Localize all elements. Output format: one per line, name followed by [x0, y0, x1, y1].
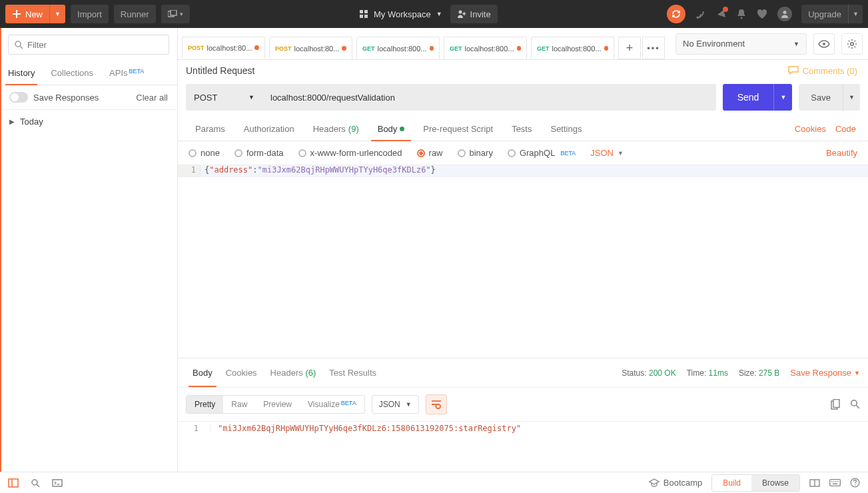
tab-verb: GET: [362, 45, 375, 52]
request-tab-1[interactable]: POSTlocalhost:80...: [269, 37, 352, 59]
bootcamp-button[interactable]: Bootcamp: [649, 478, 703, 488]
tab-apis[interactable]: APIsBETA: [101, 61, 152, 85]
svg-point-11: [697, 16, 699, 18]
body-raw[interactable]: raw: [417, 148, 443, 158]
resp-tab-tests[interactable]: Test Results: [322, 364, 383, 382]
save-button[interactable]: Save: [799, 84, 843, 111]
build-button[interactable]: Build: [712, 475, 751, 491]
upgrade-button[interactable]: Upgrade: [801, 5, 848, 23]
svg-point-8: [458, 11, 462, 14]
sync-icon[interactable]: [667, 5, 685, 23]
help-button[interactable]: [850, 478, 860, 488]
svg-point-24: [15, 41, 21, 47]
response-body[interactable]: 1 "mi3Jxm62BqjRHpWWUYHpTYyH6qe3fKDLz6:15…: [178, 421, 868, 435]
send-dropdown[interactable]: ▼: [773, 84, 792, 111]
browse-button[interactable]: Browse: [751, 475, 799, 491]
heart-icon[interactable]: [756, 9, 768, 19]
body-urlencoded[interactable]: x-www-form-urlencoded: [298, 148, 402, 158]
code-link[interactable]: Code: [835, 124, 856, 134]
body-binary[interactable]: binary: [458, 148, 493, 158]
svg-point-13: [783, 11, 787, 14]
subtab-authorization[interactable]: Authorization: [234, 117, 304, 141]
caret-down-icon: ▼: [780, 94, 786, 101]
resp-tab-body[interactable]: Body: [186, 364, 219, 382]
clear-all-button[interactable]: Clear all: [136, 93, 168, 103]
svg-rect-38: [830, 480, 841, 486]
topbar: New ▼ Import Runner ▾ My Workspace ▼ Inv…: [0, 0, 868, 28]
body-none[interactable]: none: [189, 148, 220, 158]
body-editor[interactable]: 1 {"address":"mi3Jxm62BqjRHpWWUYHpTYyH6q…: [178, 165, 868, 358]
view-preview[interactable]: Preview: [255, 396, 300, 413]
comments-button[interactable]: Comments (0): [788, 66, 857, 76]
tab-verb: GET: [537, 45, 550, 52]
satellite-icon[interactable]: [695, 8, 707, 20]
url-input[interactable]: localhost:8000/requestValidation: [262, 84, 716, 111]
sync-arrows-icon: [671, 9, 681, 19]
body-type-row: none form-data x-www-form-urlencoded raw…: [178, 141, 868, 165]
new-button[interactable]: New: [5, 5, 49, 23]
send-button[interactable]: Send: [723, 84, 774, 111]
save-responses-toggle[interactable]: [9, 92, 28, 103]
history-today[interactable]: ▶ Today: [0, 110, 177, 133]
tab-options-button[interactable]: •••: [642, 37, 665, 59]
body-formdata[interactable]: form-data: [234, 148, 284, 158]
env-selector[interactable]: No Environment ▼: [675, 33, 807, 55]
line-number: 1: [178, 165, 201, 177]
account-icon[interactable]: [777, 7, 792, 21]
env-settings-button[interactable]: [841, 33, 863, 55]
resp-tab-headers[interactable]: Headers (6): [264, 364, 323, 382]
open-new-window-button[interactable]: ▾: [161, 5, 190, 23]
body-graphql[interactable]: GraphQLBETA: [508, 148, 576, 158]
request-title[interactable]: Untitled Request: [186, 65, 255, 76]
content-type-selector[interactable]: JSON▼: [590, 148, 624, 158]
env-quicklook-button[interactable]: [813, 33, 835, 55]
two-pane-button[interactable]: [809, 479, 820, 487]
workspace-selector[interactable]: My Workspace ▼: [359, 9, 442, 19]
request-tab-3[interactable]: GETlocalhost:800...: [444, 37, 527, 59]
save-response-button[interactable]: Save Response▼: [790, 368, 860, 378]
subtab-params[interactable]: Params: [186, 117, 234, 141]
request-tab-4[interactable]: GETlocalhost:800...: [531, 37, 614, 59]
method-selector[interactable]: POST ▼: [186, 84, 262, 111]
view-pretty[interactable]: Pretty: [187, 396, 223, 413]
subtab-body[interactable]: Body: [368, 117, 414, 141]
subtab-headers[interactable]: Headers (9): [304, 117, 368, 141]
beautify-button[interactable]: Beautify: [826, 148, 857, 158]
response-format-selector[interactable]: JSON▼: [372, 395, 419, 414]
tab-collections[interactable]: Collections: [43, 61, 101, 85]
request-tab-0[interactable]: POSTlocalhost:80...: [182, 37, 265, 59]
resp-tab-cookies[interactable]: Cookies: [219, 364, 264, 382]
filter-input[interactable]: [27, 40, 163, 50]
subtab-settings[interactable]: Settings: [541, 117, 591, 141]
subtab-prerequest[interactable]: Pre-request Script: [414, 117, 502, 141]
invite-button[interactable]: Invite: [450, 5, 498, 23]
view-mode-group: Pretty Raw Preview VisualizeBETA: [186, 395, 365, 414]
find-button[interactable]: [31, 478, 40, 488]
keyboard-button[interactable]: [829, 479, 841, 486]
cookies-link[interactable]: Cookies: [795, 124, 826, 134]
runner-button[interactable]: Runner: [114, 5, 156, 23]
import-button[interactable]: Import: [71, 5, 109, 23]
subtab-tests[interactable]: Tests: [502, 117, 541, 141]
svg-line-23: [855, 41, 855, 41]
new-button-group: New ▼: [5, 5, 65, 23]
comment-icon: [788, 66, 799, 75]
notifications-icon[interactable]: [716, 8, 727, 20]
console-button[interactable]: [52, 479, 63, 487]
request-tab-2[interactable]: GETlocalhost:800...: [356, 37, 440, 59]
tab-label: localhost:80...: [294, 45, 340, 53]
view-raw[interactable]: Raw: [223, 396, 255, 413]
filter-input-wrap[interactable]: [8, 35, 169, 55]
wrap-lines-button[interactable]: [426, 394, 447, 414]
new-button-dropdown[interactable]: ▼: [49, 5, 65, 23]
upgrade-dropdown[interactable]: ▼: [848, 5, 863, 23]
view-visualize[interactable]: VisualizeBETA: [300, 396, 364, 413]
copy-button[interactable]: [831, 399, 841, 410]
bell-icon[interactable]: [736, 8, 747, 20]
save-dropdown[interactable]: ▼: [843, 84, 860, 111]
svg-rect-10: [462, 13, 466, 15]
tab-history[interactable]: History: [0, 61, 43, 85]
toggle-sidebar-button[interactable]: [8, 478, 19, 488]
new-tab-button[interactable]: +: [618, 37, 641, 59]
search-response-button[interactable]: [850, 399, 860, 410]
